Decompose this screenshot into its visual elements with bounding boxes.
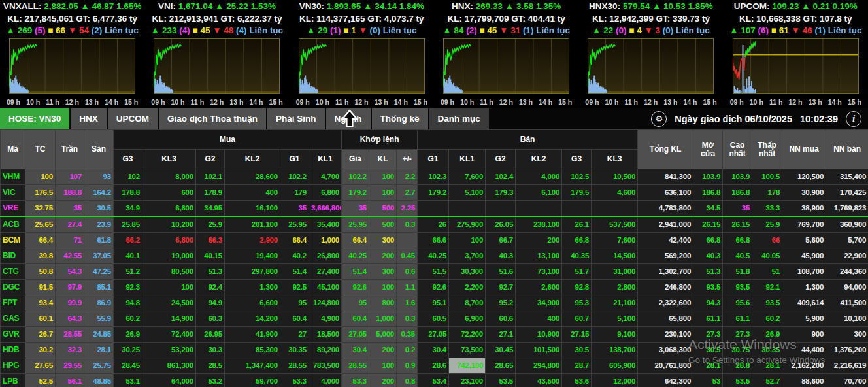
tab-upcom[interactable]: UPCOM (108, 108, 158, 129)
trading-date-label: Ngày giao dịch 06/10/2025 (675, 114, 792, 124)
col-header-nn-ban[interactable]: NN bán (826, 130, 868, 169)
cell-m-kl3: 19,000 (142, 248, 196, 264)
col-header-mua-g1[interactable]: G1 (280, 150, 309, 169)
tab-hose-vn30[interactable]: HOSE: VN30 (0, 108, 69, 129)
cell-tong-kl: 20,761,800 (638, 358, 693, 374)
col-header-thap-nhat[interactable]: Thấp nhất (752, 130, 782, 169)
cell-ma[interactable]: ACB (1, 216, 25, 233)
col-header-ban-kl2[interactable]: KL2 (516, 150, 562, 169)
cell-tc: 100 (25, 169, 56, 185)
price-board-table: Mã TC Trần Sàn Mua Khớp lệnh Bán Tổng KL… (0, 129, 868, 387)
cell-ma[interactable]: VRE (1, 201, 25, 217)
cell-nn-ban: 1,769,823 (826, 201, 868, 217)
cell-ma[interactable]: FPT (1, 295, 25, 311)
cell-m-kl1: 26,800 (309, 248, 342, 264)
cell-m-g1: 51.4 (280, 264, 309, 280)
col-header-mua-kl3[interactable]: KL3 (142, 150, 196, 169)
cell-gia: 92.6 (342, 280, 369, 295)
cell-tong-kl: 3,068,300 (638, 343, 693, 358)
col-header-nn-mua[interactable]: NN mua (782, 130, 826, 169)
cell-nn-mua: 769,700 (782, 216, 826, 233)
cell-ma[interactable]: LPB (1, 374, 25, 387)
cell-b-kl1: 3,700 (449, 248, 486, 264)
col-header-chg[interactable]: +/- (397, 150, 418, 169)
cell-m-g2: 40.15 (196, 248, 225, 264)
cell-nn-ban: 300 (826, 327, 868, 343)
cell-tong-kl: 636,100 (638, 185, 693, 201)
col-header-san[interactable]: Sàn (84, 130, 114, 169)
cell-ma[interactable]: GAS (1, 311, 25, 327)
cell-ma[interactable]: CTG (1, 264, 25, 280)
cell-ma[interactable]: BID (1, 248, 25, 264)
cell-b-kl3: 4,600 (592, 185, 638, 201)
gear-glyph: ⚙ (655, 114, 663, 124)
cell-m-kl3: 861,300 (142, 358, 196, 374)
col-header-mo-cua[interactable]: Mở cửa (693, 130, 723, 169)
col-header-tong-kl[interactable]: Tổng KL (638, 130, 693, 169)
tab-th-ng-k-[interactable]: Thống kê (372, 108, 428, 129)
index-chart (578, 37, 723, 97)
index-panel-hnx[interactable]: HNX: 269.33 ▲ 3.58 1.35%KL: 17,799,709 G… (434, 0, 578, 108)
info-icon[interactable]: i (846, 111, 861, 127)
settings-gear-icon[interactable]: ⚙ (651, 111, 667, 127)
index-sparkline (299, 38, 425, 94)
col-header-mua-g3[interactable]: G3 (114, 150, 142, 169)
index-panel-vn30[interactable]: VN30: 1,893.65 ▲ 34.14 1.84%KL: 114,377,… (290, 0, 434, 108)
col-header-gia[interactable]: Giá (342, 150, 369, 169)
col-header-mua-kl1[interactable]: KL1 (309, 150, 342, 169)
cell-san: 37.05 (84, 248, 114, 264)
col-header-ban-g3[interactable]: G3 (562, 150, 592, 169)
cell-ma[interactable]: VIC (1, 185, 25, 201)
cell-tong-kl: 841,300 (638, 169, 693, 185)
cell-chg: 2.2 (397, 169, 418, 185)
col-header-kl[interactable]: KL (369, 150, 397, 169)
cell-thap-nhat: 26.9 (752, 327, 782, 343)
col-header-ban-kl3[interactable]: KL3 (592, 150, 638, 169)
cell-cao-nhat: 66.8 (723, 233, 752, 248)
index-panel-vnxall[interactable]: VNXALL: 2,882.05 ▲ 46.87 1.65%KL: 217,84… (0, 0, 144, 108)
col-header-ma[interactable]: Mã (1, 130, 25, 169)
cell-m-kl1: 4,000 (309, 374, 342, 387)
cell-ma[interactable]: HPG (1, 358, 25, 374)
cell-b-g2 (486, 201, 516, 217)
cell-b-kl3: 31,000 (592, 264, 638, 280)
index-panel-upcom[interactable]: UPCOM: 109.23 ▲ 0.21 0.19%KL: 10,668,338… (724, 0, 868, 108)
cell-san: 86.9 (84, 295, 114, 311)
cell-m-g3: 53.1 (114, 374, 142, 387)
table-row-acb: ACB25.6527.423.925.8510,20025.9201,10025… (1, 216, 868, 233)
cell-san: 30.5 (84, 201, 114, 217)
col-header-tc[interactable]: TC (25, 130, 56, 169)
cell-chg: 0.2 (397, 343, 418, 358)
cell-ma[interactable]: VHM (1, 169, 25, 185)
cell-ma[interactable]: GVR (1, 327, 25, 343)
index-panel-hnx30[interactable]: HNX30: 579.54 ▲ 10.53 1.85%KL: 12,942,39… (578, 0, 723, 108)
cell-nn-ban: 315,400 (826, 169, 868, 185)
col-header-ban-kl1[interactable]: KL1 (449, 150, 486, 169)
col-header-mua-kl2[interactable]: KL2 (225, 150, 280, 169)
tab-ph-i-sinh[interactable]: Phái Sinh (267, 108, 325, 129)
tab-danh-m-c[interactable]: Danh mục (429, 108, 489, 129)
cell-b-kl3: 7,600 (592, 233, 638, 248)
cell-ma[interactable]: BCM (1, 233, 25, 248)
cell-ma[interactable]: HDB (1, 343, 25, 358)
col-header-tran[interactable]: Trần (56, 130, 84, 169)
col-header-ban-g1[interactable]: G1 (418, 150, 449, 169)
index-panel-vni[interactable]: VNI: 1,671.04 ▲ 25.22 1.53%KL: 212,913,9… (144, 0, 289, 108)
tab-giao-d-ch-th-a-thu-n[interactable]: Giao dịch Thỏa thuận (159, 108, 266, 129)
col-header-cao-nhat[interactable]: Cao nhất (723, 130, 752, 169)
cell-m-g2: 53.2 (196, 374, 225, 387)
cell-m-g2: 66.3 (196, 233, 225, 248)
cell-m-g3: 51.2 (114, 264, 142, 280)
cell-ma[interactable]: DGC (1, 280, 25, 295)
cell-mo-cua: 27.3 (693, 327, 723, 343)
cell-b-g1: 66.6 (418, 233, 449, 248)
col-header-ban-g2[interactable]: G2 (486, 150, 516, 169)
tab-hnx[interactable]: HNX (71, 108, 107, 129)
cell-b-kl1: 100 (449, 233, 486, 248)
cell-thap-nhat: 92.1 (752, 280, 782, 295)
col-header-mua-g2[interactable]: G2 (196, 150, 225, 169)
cell-m-g3: 40.1 (114, 248, 142, 264)
cell-nn-ban: 2,216,619 (826, 358, 868, 374)
cell-san: 93 (84, 169, 114, 185)
cell-b-kl2: 73,100 (516, 264, 562, 280)
